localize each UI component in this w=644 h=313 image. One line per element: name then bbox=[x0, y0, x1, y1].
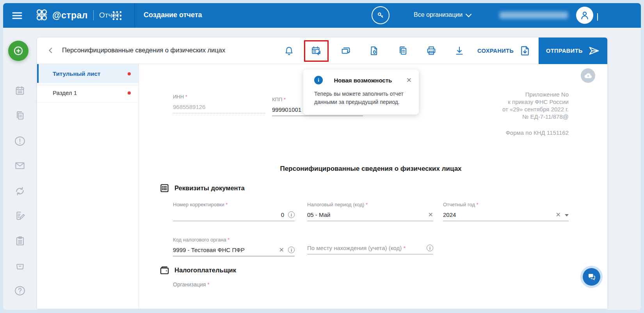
tax-authority-label: Код налогового органа bbox=[173, 237, 295, 243]
envelope-icon[interactable] bbox=[13, 159, 27, 172]
tax-period-label: Налоговый период (код) bbox=[307, 202, 433, 207]
organization-selector-label: Все организации bbox=[414, 11, 463, 18]
header-divider bbox=[134, 3, 135, 28]
inn-field[interactable]: ИНН 9685589126 bbox=[173, 94, 265, 113]
printer-icon[interactable] bbox=[425, 45, 437, 57]
location-code-placeholder: По месту нахождения (учета) (код) bbox=[307, 245, 423, 251]
app-name: @страл bbox=[52, 10, 88, 21]
tax-authority-field[interactable]: Код налогового органа 9999 - Тестовая ФН… bbox=[173, 237, 295, 256]
icon-rail bbox=[3, 28, 37, 310]
organization-label: Организация bbox=[173, 281, 431, 288]
sync-icon[interactable] bbox=[13, 184, 27, 198]
section-requisites-title: Реквизиты документа bbox=[174, 184, 245, 192]
legal-line: № ЕД-7-11/878@ bbox=[436, 113, 569, 120]
new-feature-popup: i Новая возможность ✕ Теперь вы можете з… bbox=[303, 70, 419, 114]
legal-line: к приказу ФНС России bbox=[436, 98, 569, 106]
tax-period-field[interactable]: Налоговый период (код) 05 - Май✕ bbox=[307, 202, 433, 221]
sidebar-item-section-1[interactable]: Раздел 1 bbox=[37, 83, 139, 102]
download-icon[interactable] bbox=[454, 45, 465, 57]
app-window: @страл Отчёт Создание отчета Все организ… bbox=[3, 3, 641, 310]
organization-selector[interactable]: Все организации bbox=[414, 11, 470, 18]
legal-reference: Приложение No к приказу ФНС России от «2… bbox=[436, 91, 569, 136]
logo-divider bbox=[93, 10, 94, 20]
error-dot-icon bbox=[128, 91, 131, 95]
import-previous-icon[interactable] bbox=[340, 45, 352, 57]
legal-line: от «29» сентября 2022 г. bbox=[436, 106, 569, 113]
info-icon[interactable]: i bbox=[427, 245, 433, 251]
cloud-upload-icon[interactable] bbox=[581, 68, 595, 83]
wallet-icon bbox=[159, 265, 170, 275]
app-logo[interactable]: @страл Отчёт bbox=[34, 8, 120, 23]
popup-title: Новая возможность bbox=[323, 77, 403, 84]
info-icon[interactable]: i bbox=[288, 247, 295, 253]
clear-icon[interactable]: ✕ bbox=[428, 212, 433, 218]
save-button[interactable]: СОХРАНИТЬ bbox=[477, 38, 531, 64]
legal-line: Приложение No bbox=[436, 91, 569, 98]
send-plane-icon bbox=[588, 45, 600, 57]
dropdown-caret-icon[interactable] bbox=[565, 214, 569, 216]
key-icon[interactable] bbox=[372, 6, 390, 24]
account-chevron-down-icon[interactable] bbox=[597, 13, 598, 20]
info-icon: i bbox=[314, 76, 323, 84]
error-dot-icon bbox=[128, 72, 131, 75]
archive-icon[interactable] bbox=[13, 259, 27, 272]
back-button[interactable] bbox=[46, 46, 56, 55]
section-requisites-header: Реквизиты документа bbox=[159, 183, 245, 193]
form-content: ИНН 9685589126 КПП 999901001 i Новая воз… bbox=[139, 64, 607, 309]
page-title: Создание отчета bbox=[144, 11, 202, 19]
copy-docs-icon[interactable] bbox=[13, 109, 27, 122]
bell-icon[interactable] bbox=[283, 45, 295, 57]
add-report-button[interactable] bbox=[8, 41, 28, 61]
section-label: Титульный лист bbox=[53, 70, 100, 77]
doc-zero-icon[interactable] bbox=[368, 45, 380, 57]
copy-icon[interactable] bbox=[397, 45, 409, 57]
document-sections-panel: Титульный лист Раздел 1 bbox=[37, 64, 139, 309]
send-button[interactable]: ОТПРАВИТЬ bbox=[539, 38, 607, 64]
info-icon[interactable]: i bbox=[288, 211, 295, 218]
hamburger-menu-icon[interactable] bbox=[11, 9, 23, 22]
user-avatar[interactable] bbox=[576, 7, 593, 24]
send-button-label: ОТПРАВИТЬ bbox=[546, 48, 583, 54]
clipboard-icon[interactable] bbox=[13, 234, 27, 247]
clear-icon[interactable]: ✕ bbox=[556, 212, 561, 218]
tax-period-value: 05 - Май bbox=[307, 211, 424, 218]
calendar-restore-icon[interactable] bbox=[310, 45, 322, 57]
knd-form-number: Форма по КНД 1151162 bbox=[436, 129, 569, 136]
inn-value: 9685589126 bbox=[173, 104, 265, 110]
clear-icon[interactable]: ✕ bbox=[279, 247, 284, 253]
organization-field[interactable]: Организация bbox=[173, 281, 431, 288]
location-code-field[interactable]: По месту нахождения (учета) (код)i bbox=[307, 245, 433, 254]
correction-number-label: Номер корректировки bbox=[173, 202, 295, 207]
apps-grid-icon[interactable] bbox=[112, 11, 122, 21]
alert-circle-icon[interactable] bbox=[13, 134, 27, 148]
report-card: Персонифицированные сведения о физически… bbox=[37, 38, 607, 309]
sidebar-item-title-page[interactable]: Титульный лист bbox=[37, 64, 139, 83]
correction-number-field[interactable]: Номер корректировки 0i bbox=[173, 202, 295, 221]
report-year-label: Отчетный год bbox=[443, 202, 569, 207]
requisites-icon bbox=[159, 183, 170, 193]
chevron-down-icon bbox=[466, 11, 472, 17]
calendar-icon[interactable] bbox=[13, 84, 27, 97]
form-title: Персонифицированные сведения о физически… bbox=[173, 165, 569, 173]
report-year-field[interactable]: Отчетный год 2024✕ bbox=[443, 202, 569, 221]
help-icon[interactable] bbox=[13, 284, 27, 297]
edit-doc-icon[interactable] bbox=[13, 209, 27, 222]
save-icon bbox=[519, 45, 531, 57]
save-button-label: СОХРАНИТЬ bbox=[477, 48, 514, 54]
document-toolbar: Персонифицированные сведения о физически… bbox=[37, 38, 607, 64]
page-frame: @страл Отчёт Создание отчета Все организ… bbox=[0, 0, 644, 313]
report-year-value: 2024 bbox=[443, 211, 552, 218]
chat-icon bbox=[583, 268, 600, 286]
document-title: Персонифицированные сведения о физически… bbox=[62, 47, 225, 54]
top-header: @страл Отчёт Создание отчета Все организ… bbox=[3, 3, 641, 28]
close-icon[interactable]: ✕ bbox=[403, 76, 412, 84]
tax-authority-value: 9999 - Тестовая ФНС ПФР bbox=[173, 247, 275, 253]
correction-number-value: 0 bbox=[173, 211, 284, 218]
astral-knot-icon bbox=[34, 8, 49, 23]
user-email-redacted bbox=[500, 12, 568, 19]
section-taxpayer-title: Налогоплательщик bbox=[174, 266, 236, 274]
section-taxpayer-header: Налогоплательщик bbox=[159, 265, 236, 275]
chat-widget-button[interactable] bbox=[580, 266, 603, 288]
section-label: Раздел 1 bbox=[53, 89, 77, 96]
popup-body-line1: Теперь вы можете заполнить отчет bbox=[314, 90, 412, 98]
